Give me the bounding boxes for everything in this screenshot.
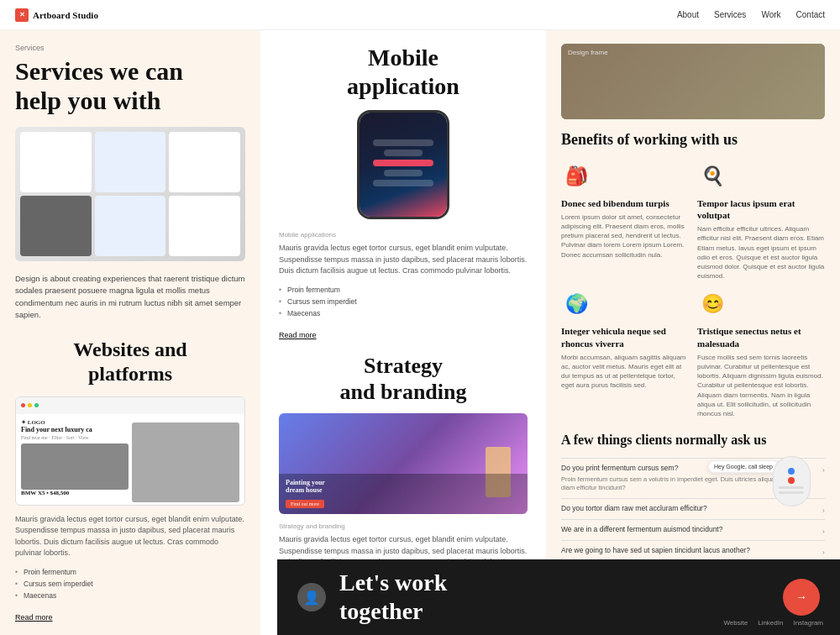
benefit-desc-4: Fusce mollis sed sem tornis laoreetis pu…: [697, 353, 825, 418]
design-frame-top: Design frame: [561, 44, 825, 119]
mobile-desc: Mauris gravida lectus eget tortor cursus…: [279, 243, 528, 277]
left-column: Services Services we can help you with D…: [0, 30, 260, 635]
avatar: 👤: [297, 583, 326, 611]
list-item: Cursus sem imperdiet: [15, 578, 245, 590]
benefit-icon-4: 😊: [697, 289, 727, 319]
benefit-desc-3: Morbi accumsan, aliquam sagittis aliquam…: [561, 353, 689, 391]
website-mockup: ✦ LOGO Find your next luxury ca Find nea…: [15, 396, 245, 506]
strategy-title: Strategy and branding: [279, 353, 528, 405]
hero-mockup-grid: [15, 127, 245, 261]
list-item: Maecenas: [15, 590, 245, 601]
faq-title: A few things clients normally ask us: [561, 432, 825, 449]
dot-yellow: [28, 403, 32, 407]
chevron-down-icon: ›: [822, 547, 825, 556]
logo-icon: ✕: [15, 8, 29, 22]
wm-logo: ✦ LOGO: [21, 419, 129, 426]
websites-section-title: Websites and platforms: [15, 338, 245, 386]
mobile-service-label: Mobile applications: [279, 231, 528, 239]
cta-button[interactable]: →: [783, 579, 820, 616]
benefit-item-3: 🌍 Integer vehicula neque sed rhoncus viv…: [561, 289, 689, 418]
benefit-title-4: Tristique senectus netus et malesuada: [697, 325, 825, 349]
benefit-desc-2: Nam efficitur efficitur ultrices. Aliqua…: [697, 224, 825, 281]
hero-title: Services we can help you with: [15, 57, 245, 115]
benefits-title: Benefits of working with us: [561, 131, 825, 150]
benefit-item-1: 🎒 Donec sed bibendum turpis Lorem ipsum …: [561, 161, 689, 281]
chevron-down-icon: ›: [822, 526, 825, 535]
nav-work[interactable]: Work: [761, 10, 780, 19]
benefit-item-4: 😊 Tristique senectus netus et malesuada …: [697, 289, 825, 418]
benefit-icon-2: 🍳: [697, 161, 727, 192]
phone-screen: [360, 113, 447, 217]
faq-question-4: Are we going to have sed ut sapien tinci…: [561, 546, 816, 556]
list-item: Proin fermentum: [279, 284, 528, 296]
benefit-title-1: Donec sed bibendum turpis: [561, 197, 689, 209]
wm-title: Find your next luxury ca: [21, 426, 129, 433]
navigation: ✕ Artboard Studio About Services Work Co…: [0, 0, 840, 30]
speaker-blue-dot: [788, 468, 795, 475]
mockup-card-4: [20, 196, 92, 256]
mockup-card-1: [20, 132, 92, 192]
cta-text: Let's work together: [339, 569, 447, 625]
billboard-overlay: Painting yourdream house Find out more: [279, 474, 528, 514]
mobile-list: Proin fermentum Cursus sem imperdiet Mae…: [279, 284, 528, 319]
list-item: Maecenas: [279, 307, 528, 319]
websites-desc: Mauris gravida lectus eget tortor cursus…: [15, 514, 245, 559]
smart-speaker: [766, 456, 816, 515]
bottom-link-website[interactable]: Website: [723, 619, 748, 627]
wm-car-image: [21, 443, 129, 490]
websites-read-more[interactable]: Read more: [15, 613, 53, 622]
benefit-icon-1: 🎒: [561, 161, 591, 192]
nav-about[interactable]: About: [677, 10, 699, 19]
benefit-item-2: 🍳 Tempor lacus ipsum erat volutpat Nam e…: [697, 161, 825, 281]
cta-line1: Let's work: [339, 569, 447, 596]
hero-description: Design is about creating experiences tha…: [15, 273, 245, 321]
strategy-label: Strategy and branding: [279, 522, 528, 530]
nav-services[interactable]: Services: [714, 10, 746, 19]
right-column: Design frame Benefits of working with us…: [546, 30, 840, 635]
nav-contact[interactable]: Contact: [796, 10, 825, 19]
hero-title-line2: help you with: [15, 87, 160, 114]
mockup-card-5: [95, 196, 166, 256]
benefits-grid: 🎒 Donec sed bibendum turpis Lorem ipsum …: [561, 161, 825, 419]
bottom-links: Website LinkedIn Instagram: [723, 619, 823, 627]
services-label: Services: [15, 44, 245, 52]
mockup-card-6: [169, 196, 240, 256]
brand-name: Artboard Studio: [33, 10, 98, 20]
list-item: Cursus sem imperdiet: [279, 296, 528, 307]
billboard-mockup: Painting yourdream house Find out more: [279, 413, 528, 514]
brand-logo[interactable]: ✕ Artboard Studio: [15, 8, 98, 22]
main-layout: Services Services we can help you with D…: [0, 30, 840, 635]
faq-item-4[interactable]: Are we going to have sed ut sapien tinci…: [561, 540, 825, 561]
websites-list: Proin fermentum Cursus sem imperdiet Mae…: [15, 566, 245, 601]
speaker-stripe-2: [779, 491, 804, 494]
faq-item-3[interactable]: We are in a different fermentum auismod …: [561, 519, 825, 540]
wm-price: BMW X5 • $48,500: [21, 490, 129, 496]
wm-sub: Find near me · Filter · Sort · View: [21, 435, 129, 440]
cta-line2: together: [339, 598, 423, 624]
bottom-link-linkedin[interactable]: LinkedIn: [758, 619, 783, 627]
benefit-icon-3: 🌍: [561, 289, 591, 319]
phone-mockup-container: [279, 110, 528, 219]
wm-main-image: [132, 422, 239, 502]
mockup-card-2: [95, 132, 166, 192]
bottom-link-instagram[interactable]: Instagram: [793, 619, 823, 627]
dot-green: [34, 403, 39, 407]
phone-mockup: [357, 110, 449, 219]
chevron-down-icon: ›: [822, 464, 825, 474]
speaker-red-dot: [788, 477, 795, 484]
mobile-app-title: Mobile application: [279, 44, 528, 100]
benefit-title-3: Integer vehicula neque sed rhoncus viver…: [561, 325, 689, 349]
mobile-read-more[interactable]: Read more: [279, 331, 317, 339]
cta-section: 👤 Let's work together → Website LinkedIn…: [277, 559, 840, 635]
mockup-card-3: [169, 132, 240, 192]
faq-question-3: We are in a different fermentum auismod …: [561, 525, 816, 535]
frame-label: Design frame: [568, 49, 608, 56]
benefit-title-2: Tempor lacus ipsum erat volutpat: [697, 197, 825, 222]
chevron-down-icon: ›: [822, 505, 825, 514]
list-item: Proin fermentum: [15, 566, 245, 578]
middle-column: Mobile application Mobile applications M…: [260, 30, 546, 635]
nav-links: About Services Work Contact: [677, 10, 825, 19]
dot-red: [21, 403, 25, 407]
hero-title-line1: Services we can: [15, 57, 183, 85]
benefit-desc-1: Lorem ipsum dolor sit amet, consectetur …: [561, 213, 689, 260]
